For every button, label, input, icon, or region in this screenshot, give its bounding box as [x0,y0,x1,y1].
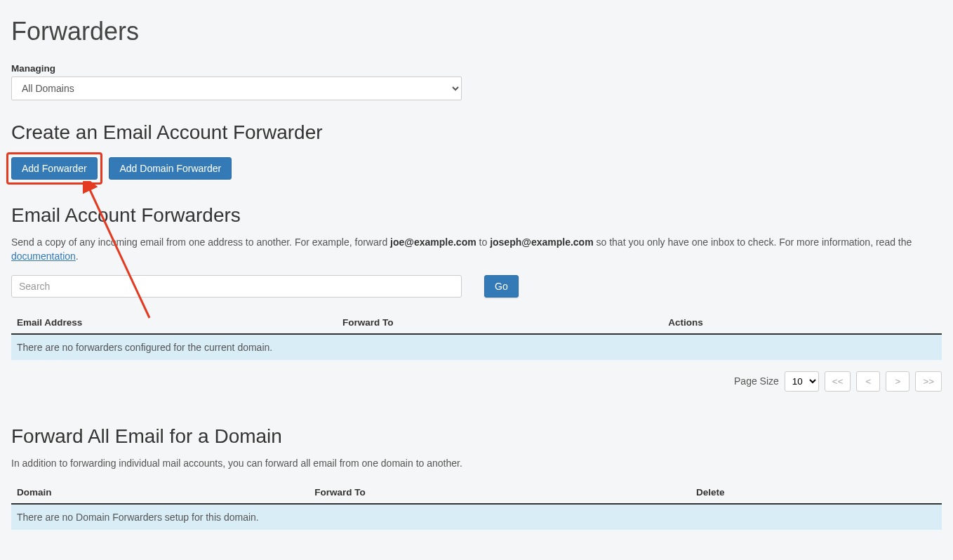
next-page-button[interactable]: > [886,371,909,392]
create-forwarder-heading: Create an Email Account Forwarder [11,121,942,144]
col-domain[interactable]: Domain [11,481,309,504]
col-domain-forward-to[interactable]: Forward To [309,481,691,504]
table-row-empty: There are no forwarders configured for t… [11,334,942,360]
highlight-frame: Add Forwarder [6,152,102,185]
add-domain-forwarder-button[interactable]: Add Domain Forwarder [109,157,232,180]
first-page-button[interactable]: << [825,371,851,392]
add-forwarder-button[interactable]: Add Forwarder [11,157,98,180]
domain-empty-message: There are no Domain Forwarders setup for… [11,504,942,530]
go-button[interactable]: Go [484,275,519,298]
example-from: joe@example.com [390,236,476,248]
managing-select[interactable]: All Domains [11,76,462,100]
create-buttons-row: Add Forwarder Add Domain Forwarder [11,152,942,185]
desc-text: . [76,251,79,262]
domain-forward-desc: In addition to forwarding individual mai… [11,456,942,470]
page-title: Forwarders [11,17,942,46]
pager: Page Size 10 << < > >> [11,371,942,392]
col-email[interactable]: Email Address [11,312,337,334]
table-row-empty: There are no Domain Forwarders setup for… [11,504,942,530]
example-to: joseph@example.com [490,236,593,248]
desc-text: so that you only have one inbox to check… [597,236,912,248]
col-forward-to[interactable]: Forward To [337,312,662,334]
col-actions[interactable]: Actions [662,312,942,334]
desc-text: Send a copy of any incoming email from o… [11,236,390,248]
prev-page-button[interactable]: < [856,371,880,392]
managing-label: Managing [11,63,942,74]
domain-forward-heading: Forward All Email for a Domain [11,425,942,448]
page-size-select[interactable]: 10 [785,371,819,392]
page-size-label: Page Size [734,375,779,387]
documentation-link[interactable]: documentation [11,251,76,262]
search-input[interactable] [11,275,462,298]
email-forwarders-heading: Email Account Forwarders [11,204,942,227]
col-delete[interactable]: Delete [691,481,942,504]
email-forwarders-table: Email Address Forward To Actions There a… [11,312,942,360]
last-page-button[interactable]: >> [915,371,942,392]
domain-forwarders-table: Domain Forward To Delete There are no Do… [11,481,942,530]
email-forwarders-desc: Send a copy of any incoming email from o… [11,235,942,264]
empty-message: There are no forwarders configured for t… [11,334,942,360]
desc-text: to [479,236,491,248]
